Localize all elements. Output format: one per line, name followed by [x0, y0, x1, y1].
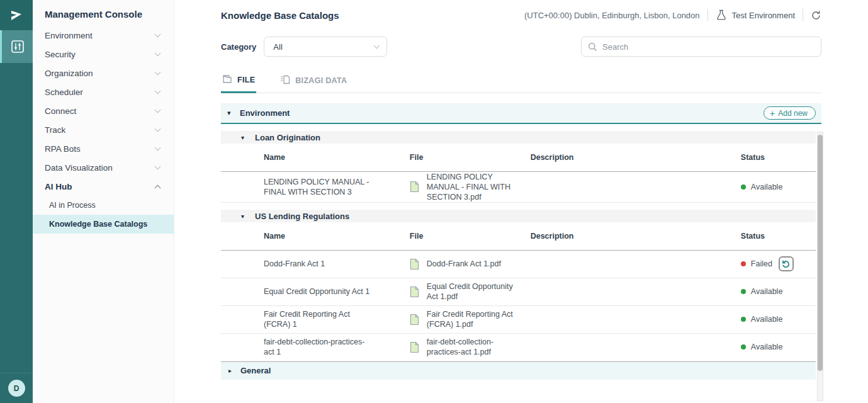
sliders-icon: [10, 39, 25, 54]
column-header-status: Status: [741, 222, 816, 250]
sidebar-item-rpa-bots[interactable]: RPA Bots: [33, 139, 174, 158]
header-meta: (UTC+00:00) Dublin, Edinburgh, Lisbon, L…: [524, 9, 821, 21]
sidebar-item-label: Connect: [45, 106, 155, 116]
section-header-loan-origination[interactable]: ▾Loan Origination: [221, 131, 816, 144]
catalog-table: NameFileDescriptionStatusDodd-Frank Act …: [221, 222, 816, 361]
scrollbar-thumb[interactable]: [818, 135, 823, 371]
column-header-file: File: [410, 144, 531, 171]
row-description: [531, 305, 741, 333]
group-header-environment[interactable]: ▾ Environment + Add new: [221, 103, 821, 124]
chevron-down-icon: [155, 50, 161, 57]
sidebar: Management Console EnvironmentSecurityOr…: [33, 0, 174, 403]
group-label: General: [240, 366, 271, 375]
row-file-name: Fair Credit Reporting Act (FCRA) 1.pdf: [427, 309, 516, 330]
status-dot-available: [741, 289, 746, 294]
status-dot-available: [741, 184, 746, 190]
sidebar-item-label: RPA Bots: [45, 144, 155, 154]
table-row[interactable]: fair-debt-collection-practices-act 1fair…: [221, 333, 816, 361]
sidebar-subitem-knowledge-base-catalogs[interactable]: Knowledge Base Catalogs: [33, 215, 174, 234]
sidebar-subitem-ai-in-process[interactable]: AI in Process: [33, 196, 174, 215]
sidebar-item-label: Environment: [45, 31, 155, 40]
bizagi-logo[interactable]: [0, 0, 33, 30]
status-dot-failed: [741, 261, 746, 266]
column-header-name: Name: [221, 222, 410, 250]
row-name: Fair Credit Reporting Act (FCRA) 1: [221, 305, 410, 333]
sidebar-item-label: AI Hub: [45, 182, 155, 191]
pdf-file-icon: [410, 181, 419, 193]
catalog-sections: ▾Loan OriginationNameFileDescriptionStat…: [221, 131, 816, 361]
timezone-label: (UTC+00:00) Dublin, Edinburgh, Lisbon, L…: [524, 11, 700, 20]
sidebar-nav: EnvironmentSecurityOrganizationScheduler…: [33, 26, 174, 234]
flask-icon: [716, 9, 727, 21]
tab-bizagi-data[interactable]: BIZAGI DATA: [279, 68, 348, 93]
add-new-label: Add new: [778, 109, 808, 118]
tab-bar: FILEBIZAGI DATA: [221, 68, 821, 93]
expand-triangle-icon: ▸: [228, 367, 240, 374]
group-header-general[interactable]: ▸ General: [221, 361, 816, 380]
tab-label: FILE: [237, 76, 255, 84]
tab-label: BIZAGI DATA: [295, 76, 347, 85]
vertical-scrollbar[interactable]: [817, 132, 823, 401]
sidebar-item-label: Security: [45, 50, 155, 59]
sidebar-item-label: Scheduler: [45, 88, 155, 97]
search-input[interactable]: [602, 42, 814, 52]
chevron-down-icon: [374, 43, 380, 49]
row-name: Equal Credit Opportunity Act 1: [221, 278, 410, 305]
search-icon: [588, 42, 597, 52]
pdf-file-icon: [410, 286, 419, 298]
row-name: fair-debt-collection-practices-act 1: [221, 333, 410, 361]
environment-selector[interactable]: Test Environment: [716, 9, 795, 21]
sidebar-item-organization[interactable]: Organization: [33, 64, 174, 82]
table-row[interactable]: Dodd-Frank Act 1Dodd-Frank Act 1.pdfFail…: [221, 250, 816, 278]
status-label: Available: [751, 343, 783, 351]
pdf-file-icon: [410, 258, 419, 270]
row-file-name: LENDING POLICY MANUAL - FINAL WITH SECTI…: [427, 172, 516, 203]
filter-row: Category All: [221, 37, 821, 57]
table-row[interactable]: Equal Credit Opportunity Act 1Equal Cred…: [221, 278, 816, 305]
row-description: [531, 278, 741, 305]
group-label: Environment: [240, 108, 764, 118]
section-label: Loan Origination: [255, 133, 320, 142]
sidebar-item-security[interactable]: Security: [33, 45, 174, 64]
sidebar-title: Management Console: [33, 0, 174, 26]
sidebar-item-scheduler[interactable]: Scheduler: [33, 82, 174, 101]
plus-icon: +: [770, 109, 775, 118]
main-content: Knowledge Base Catalogs (UTC+00:00) Dubl…: [174, 0, 868, 403]
chevron-down-icon: [155, 145, 161, 151]
sidebar-item-environment[interactable]: Environment: [33, 26, 174, 45]
refresh-icon: [811, 10, 821, 21]
bizagi-logo-icon: [8, 7, 25, 23]
table-row[interactable]: Fair Credit Reporting Act (FCRA) 1Fair C…: [221, 305, 816, 333]
category-select[interactable]: All: [264, 37, 387, 57]
chevron-down-icon: [155, 126, 161, 132]
table-row[interactable]: LENDING POLICY MANUAL - FINAL WITH SECTI…: [221, 171, 816, 203]
row-description: [531, 250, 741, 278]
row-file-name: Dodd-Frank Act 1.pdf: [427, 259, 516, 269]
section-header-us-lending-regulations[interactable]: ▾US Lending Regulations: [221, 210, 816, 222]
section-label: US Lending Regulations: [255, 212, 349, 221]
status-label: Available: [751, 287, 783, 296]
refresh-button[interactable]: [811, 10, 821, 21]
sidebar-item-track[interactable]: Track: [33, 120, 174, 139]
column-header-status: Status: [741, 144, 816, 171]
add-new-button[interactable]: + Add new: [764, 106, 816, 120]
sidebar-item-label: Track: [45, 125, 155, 135]
row-file-name: fair-debt-collection-practices-act 1.pdf: [427, 337, 516, 358]
retry-button[interactable]: [779, 256, 794, 271]
page-header: Knowledge Base Catalogs (UTC+00:00) Dubl…: [221, 0, 821, 21]
chevron-down-icon: [155, 88, 161, 94]
status-label: Available: [751, 183, 783, 191]
sidebar-item-connect[interactable]: Connect: [33, 101, 174, 120]
file-icon: [222, 74, 232, 86]
environment-label: Test Environment: [732, 11, 795, 20]
sidebar-item-ai-hub[interactable]: AI Hub: [33, 177, 174, 196]
sidebar-item-data-visualization[interactable]: Data Visualization: [33, 158, 174, 177]
chevron-down-icon: [155, 107, 161, 113]
divider: [707, 9, 708, 21]
rail-item-management-console[interactable]: [0, 30, 33, 63]
tab-file[interactable]: FILE: [221, 68, 256, 93]
collapse-triangle-icon: ▾: [241, 213, 255, 220]
user-avatar[interactable]: D: [8, 380, 25, 397]
column-header-description: Description: [531, 144, 741, 171]
row-name: LENDING POLICY MANUAL - FINAL WITH SECTI…: [221, 171, 410, 203]
